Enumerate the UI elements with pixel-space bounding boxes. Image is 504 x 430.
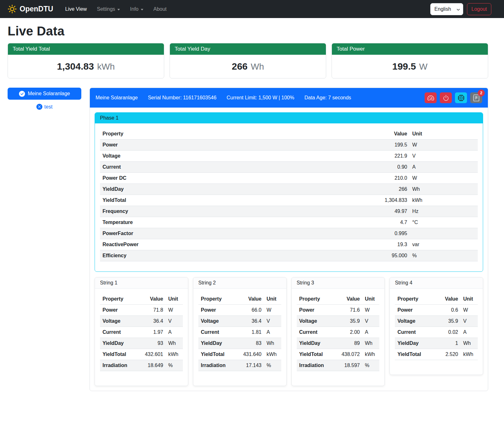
value-cell: 2.00	[334, 327, 362, 338]
table-row: Voltage36.4V	[198, 316, 281, 327]
nav-item-info[interactable]: Info	[125, 4, 148, 15]
summary-unit: W	[419, 62, 427, 72]
sidebar-item-meine-solaranlage[interactable]: Meine Solaranlage	[8, 88, 81, 100]
unit-column-header: Unit	[166, 294, 183, 305]
unit-cell: Wh	[362, 338, 379, 349]
property-cell: Power DC	[100, 173, 365, 184]
property-cell: PowerFactor	[100, 228, 365, 239]
table-row: Voltage35.9V	[297, 316, 380, 327]
unit-cell	[410, 228, 478, 239]
inverter-card-header: Meine Solaranlage Serial Number: 1161716…	[90, 88, 488, 108]
value-cell: 1,304.833	[365, 195, 410, 206]
summary-cards-row: Total Yield Total 1,304.83 kWh Total Yie…	[8, 43, 488, 78]
unit-column-header: Unit	[410, 128, 478, 140]
brand-link[interactable]: OpenDTU	[8, 4, 53, 14]
unit-cell: kWh	[166, 349, 183, 360]
value-cell: 432.601	[138, 349, 166, 360]
nav-item-settings[interactable]: Settings	[92, 4, 125, 15]
nav-item-about[interactable]: About	[148, 4, 172, 15]
value-cell: 71.8	[138, 305, 166, 316]
value-cell: 0.995	[365, 228, 410, 239]
string-3-card: String 3 Property Value Unit	[291, 277, 385, 386]
value-cell: 266	[365, 184, 410, 195]
property-cell: YieldDay	[198, 338, 236, 349]
table-row: Voltage221.9V	[100, 151, 478, 162]
value-cell: 221.9	[365, 151, 410, 162]
summary-value: 1,304.83	[57, 61, 94, 72]
main-row: Meine Solaranlage test Meine Solaranlage…	[8, 88, 488, 391]
property-cell: Current	[395, 327, 433, 338]
unit-cell: A	[410, 162, 478, 173]
device-info-button[interactable]	[455, 92, 467, 103]
x-circle-icon	[36, 104, 42, 110]
value-cell: 49.97	[365, 206, 410, 217]
nav-item-label: About	[153, 6, 167, 12]
page-content: Live Data Total Yield Total 1,304.83 kWh…	[8, 24, 488, 391]
value-cell: 438.072	[334, 349, 362, 360]
value-cell: 0.6	[433, 305, 461, 316]
property-column-header: Property	[198, 294, 236, 305]
table-row: YieldTotal438.072kWh	[297, 349, 380, 360]
property-cell: Power	[100, 305, 138, 316]
property-cell: Power	[395, 305, 433, 316]
power-button[interactable]	[440, 92, 452, 103]
value-column-header: Value	[334, 294, 362, 305]
property-cell: Efficiency	[100, 250, 365, 261]
sidebar-item-test[interactable]: test	[8, 104, 81, 110]
table-row: YieldTotal1,304.833kWh	[100, 195, 478, 206]
unit-cell: Wh	[264, 338, 281, 349]
unit-column-header: Unit	[362, 294, 379, 305]
value-cell: 83	[236, 338, 264, 349]
inverter-name: Meine Solaranlage	[96, 95, 138, 101]
nav-item-live-view[interactable]: Live View	[60, 4, 92, 15]
property-column-header: Property	[395, 294, 433, 305]
value-cell: 18.649	[138, 360, 166, 371]
unit-cell: %	[362, 360, 379, 371]
property-cell: YieldTotal	[100, 195, 365, 206]
value-column-header: Value	[433, 294, 461, 305]
table-header-row: Property Value Unit	[100, 294, 183, 305]
event-log-button[interactable]: 2	[470, 92, 482, 103]
unit-cell: var	[410, 239, 478, 250]
unit-cell: W	[362, 305, 379, 316]
unit-cell: A	[461, 327, 478, 338]
property-column-header: Property	[100, 294, 138, 305]
property-cell: Current	[297, 327, 335, 338]
value-cell: 1.81	[236, 327, 264, 338]
value-cell: 1.97	[138, 327, 166, 338]
table-row: Voltage36.4V	[100, 316, 183, 327]
phase-panel-header: Phase 1	[95, 113, 483, 123]
language-select-wrap: English	[430, 3, 463, 15]
property-cell: Temperature	[100, 217, 365, 228]
limit-settings-button[interactable]	[425, 92, 437, 103]
value-cell: 93	[138, 338, 166, 349]
table-row: Irradiation17.143%	[198, 360, 281, 371]
caret-down-icon	[141, 9, 143, 10]
value-cell: 19.3	[365, 239, 410, 250]
language-select[interactable]: English	[430, 3, 463, 15]
property-cell: YieldDay	[297, 338, 335, 349]
table-row: YieldTotal2.520kWh	[395, 349, 478, 360]
unit-cell: Wh	[166, 338, 183, 349]
value-cell: 199.5	[365, 140, 410, 151]
table-row: Power0.6W	[395, 305, 478, 316]
logout-button[interactable]: Logout	[467, 3, 491, 15]
table-row: YieldTotal431.640kWh	[198, 349, 281, 360]
phase-table: Property Value Unit Power199.5WVoltage22…	[100, 128, 478, 261]
value-cell: 71.6	[334, 305, 362, 316]
property-cell: YieldDay	[100, 338, 138, 349]
table-row: YieldDay1Wh	[395, 338, 478, 349]
table-header-row: Property Value Unit	[198, 294, 281, 305]
unit-cell: %	[264, 360, 281, 371]
property-column-header: Property	[297, 294, 335, 305]
table-header-row: Property Value Unit	[395, 294, 478, 305]
string-1-card: String 1 Property Value Unit	[95, 277, 188, 386]
table-row: YieldDay266Wh	[100, 184, 478, 195]
inverter-serial: Serial Number: 116171603546	[148, 95, 216, 101]
unit-cell: kWh	[264, 349, 281, 360]
string-card-header: String 2	[193, 277, 286, 289]
table-row: Temperature4.7°C	[100, 217, 478, 228]
value-cell: 0.02	[433, 327, 461, 338]
table-row: YieldDay89Wh	[297, 338, 380, 349]
property-cell: ReactivePower	[100, 239, 365, 250]
